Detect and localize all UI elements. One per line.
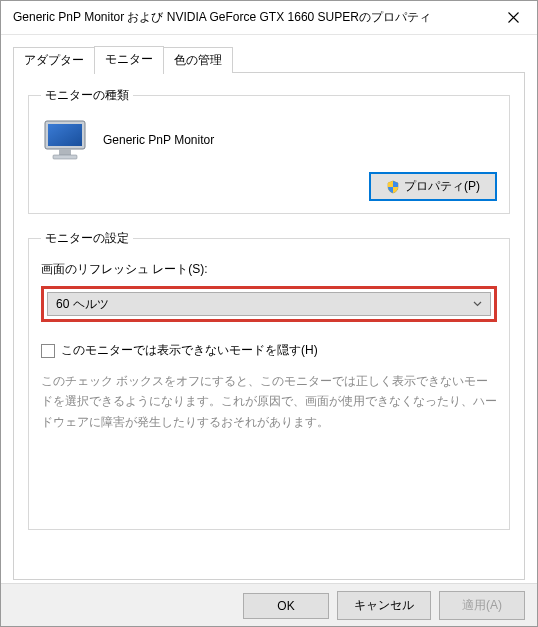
- monitor-type-legend: モニターの種類: [41, 87, 133, 104]
- tab-panel-monitor: モニターの種類: [13, 72, 525, 580]
- refresh-rate-highlight: 60 ヘルツ: [41, 286, 497, 322]
- tab-color[interactable]: 色の管理: [163, 47, 233, 73]
- monitor-type-group: モニターの種類: [28, 87, 510, 214]
- svg-rect-3: [53, 155, 77, 159]
- ok-button[interactable]: OK: [243, 593, 329, 619]
- refresh-rate-dropdown[interactable]: 60 ヘルツ: [47, 292, 491, 316]
- titlebar: Generic PnP Monitor および NVIDIA GeForce G…: [1, 1, 537, 35]
- cancel-button[interactable]: キャンセル: [337, 591, 431, 620]
- refresh-rate-label: 画面のリフレッシュ レート(S):: [41, 261, 497, 278]
- properties-row: プロパティ(P): [41, 172, 497, 201]
- hide-modes-row: このモニターでは表示できないモードを隠す(H): [41, 342, 497, 359]
- tab-monitor[interactable]: モニター: [94, 46, 164, 74]
- tab-strip: アダプター モニター 色の管理: [13, 45, 525, 73]
- refresh-rate-value: 60 ヘルツ: [56, 296, 109, 313]
- properties-button-label: プロパティ(P): [404, 178, 480, 195]
- monitor-icon: [41, 118, 89, 162]
- dialog-footer: OK キャンセル 適用(A): [1, 583, 537, 627]
- close-icon: [508, 12, 519, 23]
- window-title: Generic PnP Monitor および NVIDIA GeForce G…: [13, 9, 491, 26]
- chevron-down-icon: [472, 299, 482, 309]
- close-button[interactable]: [491, 3, 535, 33]
- monitor-name: Generic PnP Monitor: [103, 133, 214, 147]
- monitor-settings-legend: モニターの設定: [41, 230, 133, 247]
- hide-modes-checkbox[interactable]: [41, 344, 55, 358]
- hide-modes-help: このチェック ボックスをオフにすると、このモニターでは正しく表示できないモードを…: [41, 371, 497, 432]
- svg-rect-1: [48, 124, 82, 146]
- svg-rect-2: [59, 149, 71, 155]
- hide-modes-label: このモニターでは表示できないモードを隠す(H): [61, 342, 318, 359]
- tab-adapter[interactable]: アダプター: [13, 47, 95, 73]
- monitor-settings-group: モニターの設定 画面のリフレッシュ レート(S): 60 ヘルツ このモニターで…: [28, 230, 510, 530]
- properties-button[interactable]: プロパティ(P): [369, 172, 497, 201]
- shield-icon: [386, 180, 400, 194]
- monitor-info-row: Generic PnP Monitor: [41, 118, 497, 162]
- apply-button[interactable]: 適用(A): [439, 591, 525, 620]
- content-area: アダプター モニター 色の管理 モニターの種類: [1, 35, 537, 583]
